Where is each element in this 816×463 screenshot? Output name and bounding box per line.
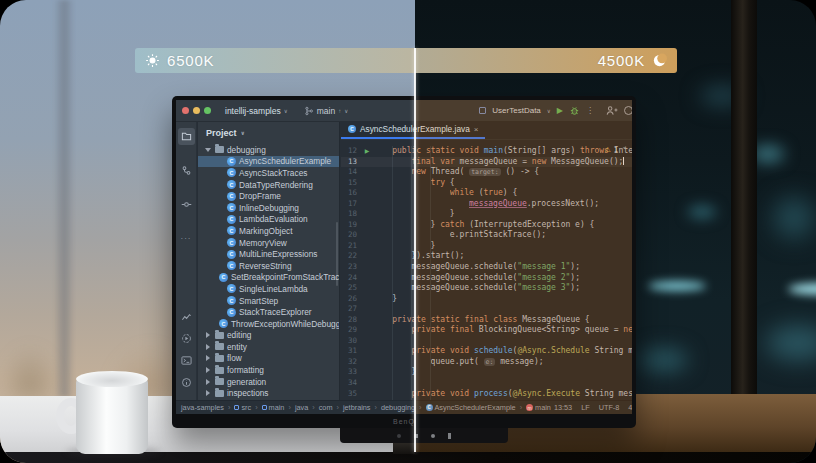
project-tree: debuggingCAsyncSchedulerExampleCAsyncSta…	[198, 144, 339, 400]
tree-item[interactable]: generation	[198, 376, 339, 388]
split-divider	[414, 48, 416, 452]
code-line-35[interactable]: 35private void process(@Async.Execute St…	[341, 389, 632, 400]
chevron-collapsed-icon[interactable]	[204, 367, 212, 373]
services-tool-button[interactable]	[178, 330, 195, 347]
tree-item[interactable]: CSmartStep	[198, 295, 339, 307]
code-area[interactable]: 12▶public static void main(String[] args…	[341, 140, 632, 400]
code-line-22[interactable]: 22}).start();	[341, 251, 632, 262]
chevron-expanded-icon[interactable]	[204, 148, 212, 152]
breadcrumb-item[interactable]: main	[262, 403, 285, 412]
breadcrumb-item[interactable]: CAsyncSchedulerExample	[426, 403, 516, 412]
breadcrumb-item[interactable]: debugging	[381, 403, 415, 412]
close-window-button[interactable]	[182, 107, 189, 114]
tree-item[interactable]: CDropFrame	[198, 190, 339, 202]
code-line-32[interactable]: 32queue.put( e: message);	[341, 357, 632, 368]
status-item[interactable]: 4 spac	[628, 403, 632, 412]
tree-item-label: InlineDebugging	[239, 203, 299, 213]
code-line-13[interactable]: 13final var messageQueue = new MessageQu…	[341, 157, 632, 168]
tree-item[interactable]: CLambdaEvaluation	[198, 214, 339, 226]
tree-item[interactable]: CMultiLineExpressions	[198, 248, 339, 260]
breadcrumb-item[interactable]: jetbrains	[343, 403, 371, 412]
code-line-14[interactable]: 14new Thread( target: () -> {	[341, 167, 632, 178]
status-item[interactable]: 13:53	[554, 403, 572, 412]
code-line-30[interactable]: 30	[341, 336, 632, 347]
tree-item[interactable]: entity	[198, 341, 339, 353]
tree-item[interactable]: inspections	[198, 387, 339, 399]
code-line-19[interactable]: 19} catch (InterruptedException e) {	[341, 220, 632, 231]
minimize-window-button[interactable]	[193, 107, 200, 114]
code-line-31[interactable]: 31private void schedule(@Async.Schedule …	[341, 346, 632, 357]
tree-item[interactable]: debugging	[198, 144, 339, 156]
folder-icon	[215, 332, 224, 339]
code-text: messageQueue.schedule("message 3");	[411, 283, 580, 294]
code-line-26[interactable]: 26}	[341, 294, 632, 305]
notifications-tool-button[interactable]	[178, 374, 195, 391]
tree-item[interactable]: CSingleLineLambda	[198, 283, 339, 295]
tree-item[interactable]: flow	[198, 353, 339, 365]
tree-item[interactable]: CAsyncStackTraces	[198, 167, 339, 179]
branch-widget[interactable]: main ↑ ∨	[304, 106, 348, 116]
breadcrumb-item[interactable]: java	[295, 403, 308, 412]
run-line-icon[interactable]: ▶	[361, 146, 373, 157]
project-scrollbar[interactable]	[336, 222, 338, 286]
commit-tool-button[interactable]	[178, 196, 195, 213]
code-line-33[interactable]: 33}	[341, 367, 632, 378]
maximize-window-button[interactable]	[204, 107, 211, 114]
chevron-collapsed-icon[interactable]	[204, 344, 212, 350]
tree-item[interactable]: CThrowExceptionWhileDebugging	[198, 318, 339, 330]
vcs-tool-button[interactable]	[178, 162, 195, 179]
tree-item[interactable]: CInlineDebugging	[198, 202, 339, 214]
chevron-collapsed-icon[interactable]	[204, 390, 212, 396]
project-tool-button[interactable]	[178, 128, 195, 145]
code-line-34[interactable]: 34	[341, 378, 632, 389]
terminal-tool-button[interactable]	[178, 352, 195, 369]
tree-item[interactable]: CDataTypeRendering	[198, 179, 339, 191]
code-line-16[interactable]: 16while (true) {	[341, 188, 632, 199]
code-line-25[interactable]: 25messageQueue.schedule("message 3");	[341, 283, 632, 294]
code-line-20[interactable]: 20e.printStackTrace();	[341, 230, 632, 241]
tree-item[interactable]: CMemoryView	[198, 237, 339, 249]
tree-item[interactable]: CReverseString	[198, 260, 339, 272]
tree-item[interactable]: editing	[198, 330, 339, 342]
code-line-28[interactable]: 28private static final class MessageQueu…	[341, 315, 632, 326]
run-button[interactable]: ▶	[557, 106, 563, 115]
more-vertical-icon[interactable]: ⋮	[586, 106, 594, 115]
breadcrumb-label: java-samples	[181, 403, 224, 412]
tree-item[interactable]: formatting	[198, 364, 339, 376]
code-line-23[interactable]: 23messageQueue.schedule("message 1");	[341, 262, 632, 273]
breadcrumb-item[interactable]: src	[234, 403, 251, 412]
chevron-collapsed-icon[interactable]	[204, 379, 212, 385]
project-panel-header[interactable]: Project ∨	[198, 122, 339, 144]
status-item[interactable]: LF	[581, 403, 590, 412]
code-line-15[interactable]: 15try {	[341, 178, 632, 189]
close-icon[interactable]: ×	[474, 125, 479, 134]
chevron-collapsed-icon[interactable]	[204, 355, 212, 361]
status-item[interactable]: UTF-8	[599, 403, 620, 412]
tree-item-label: editing	[227, 330, 251, 340]
breadcrumb-item[interactable]: mmain	[526, 403, 551, 412]
breadcrumb-item[interactable]: java-samples	[181, 403, 224, 412]
project-widget[interactable]: intellij-samples ∨	[225, 106, 288, 116]
code-line-12[interactable]: 12▶public static void main(String[] args…	[341, 146, 632, 157]
profiler-tool-button[interactable]	[178, 308, 195, 325]
code-line-24[interactable]: 24messageQueue.schedule("message 2");	[341, 273, 632, 284]
code-text: private void process(@Async.Execute Stri…	[411, 389, 632, 400]
code-line-21[interactable]: 21}	[341, 241, 632, 252]
code-line-17[interactable]: 17messageQueue.processNext();	[341, 199, 632, 210]
tree-item[interactable]: CStackTraceExplorer	[198, 306, 339, 318]
tree-item[interactable]: CSetBreakpointFromStackTrace	[198, 272, 339, 284]
more-tools-button[interactable]: ···	[178, 230, 195, 247]
code-line-27[interactable]: 27	[341, 304, 632, 315]
gutter	[361, 325, 373, 336]
gutter	[361, 304, 373, 315]
tree-item[interactable]: CAsyncSchedulerExample	[198, 156, 339, 168]
chevron-collapsed-icon[interactable]	[204, 332, 212, 338]
add-user-icon[interactable]	[606, 105, 618, 116]
run-config-name[interactable]: UserTestData	[492, 106, 540, 115]
tree-item[interactable]: CMarkingObject	[198, 225, 339, 237]
code-line-29[interactable]: 29private final BlockingQueue<String> qu…	[341, 325, 632, 336]
debug-icon[interactable]	[569, 105, 580, 116]
breadcrumb-item[interactable]: com	[319, 403, 333, 412]
code-line-18[interactable]: 18}	[341, 209, 632, 220]
inspections-widget[interactable]: ⚠ 1 ^	[604, 146, 627, 154]
